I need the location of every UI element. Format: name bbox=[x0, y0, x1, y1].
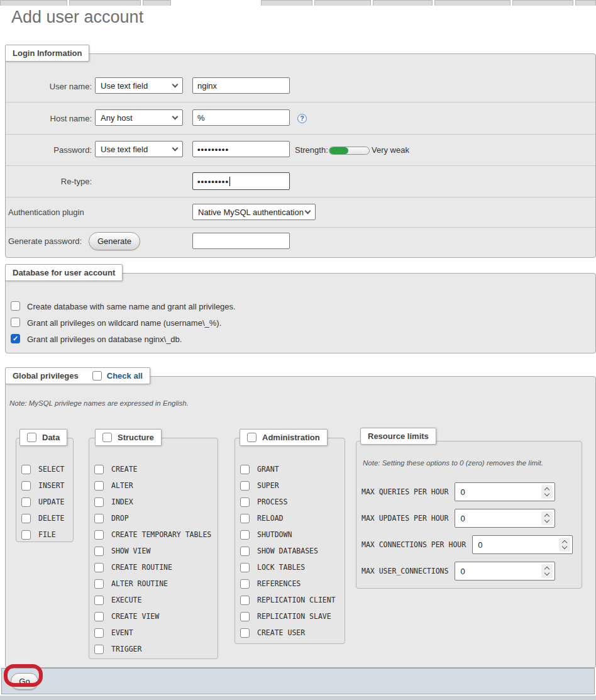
create-db-same-name-checkbox[interactable] bbox=[11, 301, 20, 311]
spinner-down-icon bbox=[544, 518, 549, 523]
generate-button[interactable]: Generate bbox=[89, 232, 140, 250]
tab-remnant[interactable] bbox=[512, 0, 573, 6]
go-button[interactable]: Go bbox=[11, 673, 38, 690]
priv-checkbox[interactable] bbox=[240, 612, 250, 621]
retype-password-input[interactable]: ••••••••• bbox=[192, 172, 290, 190]
structure-group-legend: Structure bbox=[95, 429, 162, 446]
grant-database-label: Grant all privileges on database nginx\_… bbox=[27, 335, 182, 344]
max-connections-input[interactable] bbox=[472, 535, 573, 554]
tab-remnant[interactable] bbox=[69, 0, 141, 6]
resource-limits-note: Note: Setting these options to 0 (zero) … bbox=[363, 459, 543, 467]
resource-limits-fieldset: Note: Setting these options to 0 (zero) … bbox=[356, 441, 582, 589]
number-spinner[interactable] bbox=[559, 538, 570, 552]
priv-checkbox[interactable] bbox=[21, 465, 31, 474]
grant-wildcard-checkbox[interactable] bbox=[11, 318, 20, 327]
bottom-strip bbox=[0, 696, 596, 700]
priv-checkbox[interactable] bbox=[240, 530, 250, 540]
priv-checkbox[interactable] bbox=[240, 481, 250, 491]
spinner-down-icon bbox=[562, 544, 567, 549]
password-input[interactable] bbox=[192, 141, 290, 157]
priv-checkbox[interactable] bbox=[94, 530, 104, 540]
tab-remnant[interactable] bbox=[261, 0, 312, 6]
number-spinner[interactable] bbox=[541, 511, 553, 525]
hostname-type-select[interactable]: Any host bbox=[95, 109, 183, 126]
page-title: Add user account bbox=[11, 8, 143, 27]
max-user-connections-label: MAX USER_CONNECTIONS bbox=[361, 567, 448, 575]
priv-checkbox[interactable] bbox=[94, 497, 104, 507]
spinner-down-icon bbox=[544, 491, 549, 496]
priv-checkbox[interactable] bbox=[94, 514, 104, 523]
tab-remnant[interactable] bbox=[314, 0, 371, 6]
username-input[interactable] bbox=[192, 77, 290, 94]
max-queries-input[interactable] bbox=[455, 482, 555, 501]
structure-group-checkbox[interactable] bbox=[102, 433, 112, 442]
help-icon[interactable]: ? bbox=[297, 114, 307, 123]
max-updates-input-wrap bbox=[455, 509, 555, 528]
priv-checkbox[interactable] bbox=[240, 497, 250, 507]
number-spinner[interactable] bbox=[541, 564, 553, 578]
divider bbox=[6, 197, 595, 197]
tab-remnant[interactable] bbox=[373, 0, 433, 6]
check-all-checkbox[interactable] bbox=[92, 371, 102, 381]
max-updates-input[interactable] bbox=[455, 509, 555, 528]
data-group-checkbox[interactable] bbox=[27, 433, 36, 442]
spinner-down-icon bbox=[544, 570, 549, 575]
administration-group-checkbox[interactable] bbox=[247, 433, 257, 442]
priv-checkbox[interactable] bbox=[94, 547, 104, 556]
priv-checkbox[interactable] bbox=[21, 514, 31, 523]
resource-limits-legend: Resource limits bbox=[360, 428, 436, 445]
priv-checkbox[interactable] bbox=[21, 530, 31, 540]
chevron-down-icon bbox=[172, 82, 179, 88]
check-all-label: Check all bbox=[107, 371, 143, 381]
strength-label: Strength: bbox=[295, 145, 328, 155]
max-user-connections-input-wrap bbox=[455, 562, 555, 581]
strength-text: Very weak bbox=[372, 145, 409, 155]
priv-checkbox[interactable] bbox=[94, 612, 104, 621]
administration-group-fieldset: GRANT SUPER PROCESS RELOAD SHUTDOWN SHOW… bbox=[235, 438, 345, 644]
global-privileges-fieldset: Note: MySQL privilege names are expresse… bbox=[5, 376, 596, 668]
create-db-same-name-label: Create database with same name and grant… bbox=[27, 302, 236, 311]
divider bbox=[6, 227, 595, 228]
priv-checkbox[interactable] bbox=[240, 547, 250, 556]
priv-checkbox[interactable] bbox=[240, 514, 250, 523]
priv-checkbox[interactable] bbox=[240, 628, 250, 638]
username-type-select[interactable]: Use text field bbox=[95, 77, 183, 94]
tab-remnant[interactable] bbox=[434, 0, 510, 6]
priv-checkbox[interactable] bbox=[21, 497, 31, 507]
hostname-input[interactable] bbox=[192, 109, 290, 126]
login-information-fieldset: User name: Use text field Host name: Any… bbox=[5, 53, 596, 258]
priv-checkbox[interactable] bbox=[94, 596, 104, 605]
priv-checkbox[interactable] bbox=[94, 628, 104, 638]
priv-checkbox[interactable] bbox=[94, 563, 104, 572]
max-user-connections-input[interactable] bbox=[455, 562, 555, 581]
grant-database-checkbox[interactable] bbox=[11, 334, 20, 343]
auth-plugin-select[interactable]: Native MySQL authentication bbox=[192, 204, 316, 220]
max-queries-input-wrap bbox=[455, 482, 555, 501]
grant-wildcard-label: Grant all privileges on wildcard name (u… bbox=[27, 318, 221, 328]
auth-plugin-label: Authentication plugin bbox=[8, 208, 84, 217]
phpmyadmin-add-user-page: Add user account Login Information User … bbox=[0, 0, 596, 700]
priv-checkbox[interactable] bbox=[240, 596, 250, 605]
divider bbox=[6, 165, 595, 166]
strength-meter-fill bbox=[329, 147, 348, 154]
priv-checkbox[interactable] bbox=[94, 481, 104, 491]
password-type-select[interactable]: Use text field bbox=[95, 141, 183, 157]
login-information-legend: Login Information bbox=[5, 45, 89, 62]
password-label: Password: bbox=[6, 145, 92, 155]
data-group-fieldset: SELECT INSERT UPDATE DELETE FILE bbox=[16, 438, 74, 542]
tab-remnant[interactable] bbox=[575, 0, 596, 6]
priv-checkbox[interactable] bbox=[240, 465, 250, 474]
chevron-down-icon bbox=[172, 114, 179, 120]
tab-remnant[interactable] bbox=[143, 0, 171, 6]
priv-checkbox[interactable] bbox=[21, 481, 31, 491]
structure-group-fieldset: CREATE ALTER INDEX DROP CREATE TEMPORARY… bbox=[89, 438, 218, 659]
priv-checkbox[interactable] bbox=[94, 579, 104, 589]
global-privileges-legend: Global privileges Check all bbox=[5, 367, 150, 384]
tab-remnant[interactable] bbox=[0, 0, 67, 6]
priv-checkbox[interactable] bbox=[240, 579, 250, 589]
generated-password-field[interactable] bbox=[192, 233, 290, 249]
priv-checkbox[interactable] bbox=[94, 465, 104, 474]
priv-checkbox[interactable] bbox=[94, 645, 104, 654]
priv-checkbox[interactable] bbox=[240, 563, 250, 572]
number-spinner[interactable] bbox=[541, 485, 553, 499]
